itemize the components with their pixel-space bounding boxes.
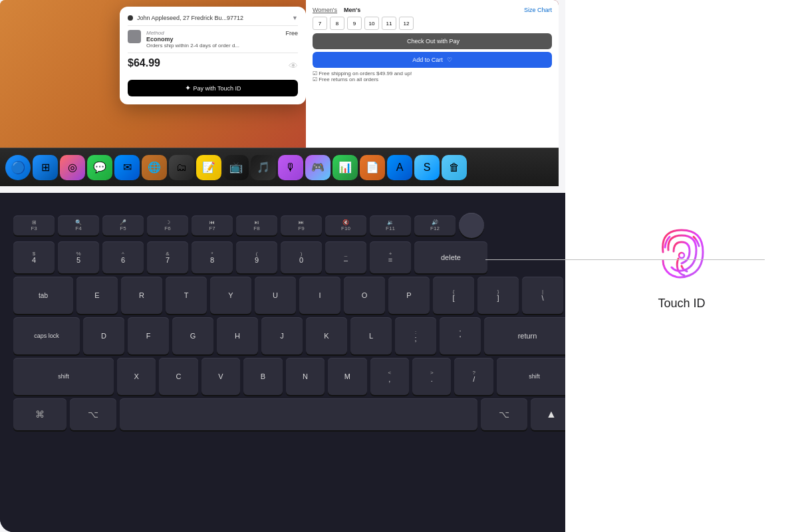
- key-f8[interactable]: ⏯ F8: [236, 215, 277, 235]
- key-slash[interactable]: ? /: [454, 358, 493, 395]
- pay-with-touchid-btn[interactable]: ✦ Pay with Touch ID: [128, 80, 298, 96]
- key-f3[interactable]: ⊞ F3: [13, 215, 55, 235]
- key-caps[interactable]: caps lock: [13, 317, 80, 354]
- payment-popup: John Appleseed, 27 Fredrick Bu...97712 ▼…: [120, 7, 306, 104]
- key-t[interactable]: T: [166, 277, 207, 314]
- dock-icon-tv[interactable]: 📺: [223, 155, 249, 180]
- size-8[interactable]: 8: [330, 17, 344, 30]
- key-x[interactable]: X: [117, 358, 156, 395]
- key-equals[interactable]: + =: [370, 241, 411, 273]
- macbook: John Appleseed, 27 Fredrick Bu...97712 ▼…: [0, 0, 585, 532]
- key-y[interactable]: Y: [210, 277, 251, 314]
- key-dollar-4[interactable]: $ 4: [13, 241, 55, 273]
- key-period[interactable]: > .: [412, 358, 451, 395]
- key-quote[interactable]: " ': [440, 317, 481, 354]
- dock-icon-music[interactable]: 🎵: [251, 155, 276, 180]
- mens-tab: Men's: [344, 7, 360, 13]
- touchid-key[interactable]: [459, 213, 484, 238]
- add-to-cart-btn[interactable]: Add to Cart ♡: [313, 52, 552, 68]
- dock-icon-numbers[interactable]: 📊: [332, 155, 358, 180]
- annotation-area: Touch ID: [565, 0, 798, 532]
- key-i[interactable]: I: [299, 277, 340, 314]
- key-opt-left[interactable]: ⌥: [70, 398, 116, 430]
- key-r[interactable]: R: [121, 277, 162, 314]
- key-delete[interactable]: delete: [414, 241, 487, 273]
- key-e[interactable]: E: [76, 277, 118, 314]
- dock-icon-trash[interactable]: 🗑: [442, 155, 467, 180]
- popup-shipping-cost: Free: [285, 30, 298, 37]
- shopping-area: Women's Men's Size Chart 7 8 9 10 11 12: [306, 0, 559, 173]
- dock-icon-finder[interactable]: 🔵: [5, 155, 31, 180]
- dock-icon-launchpad[interactable]: ⊞: [33, 155, 58, 180]
- key-rbracket[interactable]: } ]: [477, 277, 519, 314]
- popup-shipping-method: Economy: [146, 36, 239, 43]
- fn-row: ⊞ F3 🔍 F4 🎤 F5 ☽ F6: [13, 213, 572, 238]
- key-g[interactable]: G: [172, 317, 213, 354]
- key-f10[interactable]: 🔇 F10: [325, 215, 366, 235]
- key-f[interactable]: F: [128, 317, 169, 354]
- key-return[interactable]: return: [484, 317, 571, 354]
- key-opt-right[interactable]: ⌥: [481, 398, 527, 430]
- key-lparen-9[interactable]: ( 9: [236, 241, 277, 273]
- key-f5[interactable]: 🎤 F5: [102, 215, 144, 235]
- size-7[interactable]: 7: [313, 17, 327, 30]
- key-l[interactable]: L: [350, 317, 392, 354]
- key-amp-7[interactable]: & 7: [147, 241, 188, 273]
- annotation-line: [485, 259, 765, 260]
- apple-pay-checkout-btn[interactable]: Check Out with Pay: [313, 33, 552, 49]
- size-chart-link[interactable]: Size Chart: [524, 7, 552, 13]
- key-f6[interactable]: ☽ F6: [147, 215, 188, 235]
- key-shift-right[interactable]: shift: [497, 358, 572, 395]
- dock-icon-mail[interactable]: ✉: [114, 155, 140, 180]
- key-f11[interactable]: 🔉 F11: [370, 215, 411, 235]
- size-selector: 7 8 9 10 11 12: [313, 17, 552, 30]
- dock-icon-arcadeapp[interactable]: 🎮: [305, 155, 331, 180]
- key-b[interactable]: B: [243, 358, 282, 395]
- key-k[interactable]: K: [306, 317, 347, 354]
- size-11[interactable]: 11: [382, 17, 396, 30]
- key-percent-5[interactable]: % 5: [58, 241, 99, 273]
- key-lbracket[interactable]: { [: [433, 277, 474, 314]
- key-j[interactable]: J: [261, 317, 303, 354]
- dock-icon-finder2[interactable]: 🗂: [169, 155, 194, 180]
- key-v[interactable]: V: [201, 358, 240, 395]
- dock-icon-notes[interactable]: 📝: [196, 155, 221, 180]
- dock-icon-appstore[interactable]: A: [387, 155, 412, 180]
- key-caret-6[interactable]: ^ 6: [102, 241, 144, 273]
- key-p[interactable]: P: [388, 277, 430, 314]
- key-f7[interactable]: ⏮ F7: [192, 215, 233, 235]
- dock-icon-podcasts[interactable]: 🎙: [278, 155, 303, 180]
- key-m[interactable]: M: [328, 358, 366, 395]
- key-d[interactable]: D: [83, 317, 124, 354]
- key-u[interactable]: U: [255, 277, 296, 314]
- key-cmd-left[interactable]: ⌘: [13, 398, 66, 430]
- size-9[interactable]: 9: [347, 17, 362, 30]
- key-h[interactable]: H: [217, 317, 258, 354]
- key-tab[interactable]: tab: [13, 277, 73, 314]
- key-f12[interactable]: 🔊 F12: [414, 215, 456, 235]
- dock-icon-siri[interactable]: ◎: [60, 155, 85, 180]
- key-backslash[interactable]: | \: [522, 277, 563, 314]
- size-12[interactable]: 12: [399, 17, 414, 30]
- dock-icon-pages[interactable]: 📄: [360, 155, 385, 180]
- dock-icon-setapp[interactable]: S: [414, 155, 440, 180]
- size-10[interactable]: 10: [364, 17, 379, 30]
- key-c[interactable]: C: [159, 358, 198, 395]
- key-rparen-0[interactable]: ) 0: [281, 241, 322, 273]
- key-comma[interactable]: < ,: [370, 358, 409, 395]
- key-n[interactable]: N: [286, 358, 325, 395]
- key-f9[interactable]: ⏭ F9: [281, 215, 322, 235]
- key-minus[interactable]: _ –: [325, 241, 366, 273]
- key-star-8[interactable]: * 8: [192, 241, 233, 273]
- key-o[interactable]: O: [344, 277, 385, 314]
- key-f4[interactable]: 🔍 F4: [58, 215, 99, 235]
- svg-point-0: [679, 253, 684, 258]
- dock-icon-safari[interactable]: 🌐: [142, 155, 167, 180]
- touchid-fingerprint-icon: [648, 222, 715, 289]
- key-space[interactable]: [120, 398, 477, 430]
- dock-icon-messages[interactable]: 💬: [87, 155, 112, 180]
- key-shift-left[interactable]: shift: [13, 358, 114, 395]
- asdf-row: caps lock D F G H J: [13, 317, 572, 354]
- key-semicolon[interactable]: : ;: [395, 317, 436, 354]
- bottom-row: ⌘ ⌥ ⌥ ▲: [13, 398, 572, 430]
